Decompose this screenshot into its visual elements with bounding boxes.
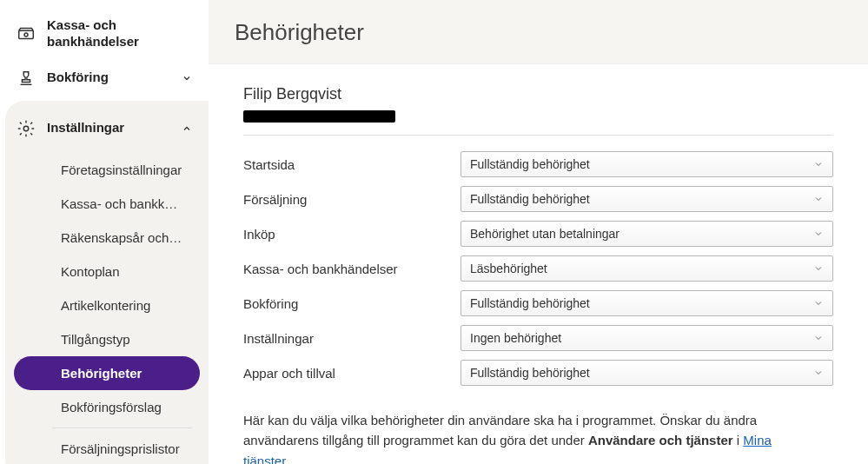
help-post: .	[285, 454, 288, 465]
select-value: Behörighet utan betalningar	[470, 227, 620, 241]
sidebar-item-label: Kassa- och bankhändelser	[47, 17, 193, 50]
sidebar-item-settings[interactable]: Inställningar	[5, 109, 209, 148]
perm-select-startsida[interactable]: Fullständig behörighet	[461, 151, 833, 177]
select-value: Fullständig behörighet	[470, 366, 590, 380]
perm-label: Inställningar	[243, 331, 461, 346]
cash-register-icon	[16, 23, 36, 44]
help-text: Här kan du välja vilka behörigheter din …	[243, 410, 799, 464]
sidebar-sub-behorigheter[interactable]: Behörigheter	[14, 356, 200, 390]
svg-point-1	[24, 33, 28, 36]
perm-select-installningar[interactable]: Ingen behörighet	[461, 325, 833, 351]
chevron-up-icon	[181, 123, 193, 135]
divider	[52, 428, 193, 428]
perm-row-inkop: Inköp Behörighet utan betalningar	[243, 221, 833, 247]
perm-label: Startsida	[243, 157, 461, 172]
permissions-card: Filip Bergqvist Startsida Fullständig be…	[209, 63, 868, 464]
perm-row-startsida: Startsida Fullständig behörighet	[243, 151, 833, 177]
select-value: Fullständig behörighet	[470, 157, 590, 171]
perm-label: Försäljning	[243, 192, 461, 207]
page-header: Behörigheter	[209, 0, 868, 63]
perm-row-forsaljning: Försäljning Fullständig behörighet	[243, 186, 833, 212]
user-block: Filip Bergqvist	[243, 85, 833, 123]
perm-row-kassa-bank: Kassa- och bankhändelser Läsbehörighet	[243, 255, 833, 282]
sidebar-item-cash-bank[interactable]: Kassa- och bankhändelser	[0, 9, 209, 59]
help-bold: Användare och tjänster	[588, 433, 733, 447]
chevron-down-icon	[813, 298, 824, 308]
divider	[243, 135, 833, 136]
select-value: Fullständig behörighet	[470, 192, 590, 206]
user-name: Filip Bergqvist	[243, 85, 833, 103]
sidebar-sub-rakenskapsar-ib[interactable]: Räkenskapsår och IB	[14, 221, 200, 255]
perm-select-forsaljning[interactable]: Fullständig behörighet	[461, 186, 833, 212]
page-title: Behörigheter	[235, 19, 842, 46]
sidebar: Kassa- och bankhändelser Bokföring Instä…	[0, 0, 209, 464]
perm-row-installningar: Inställningar Ingen behörighet	[243, 325, 833, 351]
gear-icon	[16, 118, 36, 139]
user-email-redacted	[243, 110, 395, 123]
svg-point-2	[23, 126, 29, 131]
perm-row-bokforing: Bokföring Fullständig behörighet	[243, 290, 833, 316]
perm-label: Kassa- och bankhändelser	[243, 262, 461, 276]
help-mid: i	[733, 433, 744, 447]
chevron-down-icon	[813, 229, 824, 239]
perm-row-appar-tillval: Appar och tillval Fullständig behörighet	[243, 360, 833, 386]
select-value: Ingen behörighet	[470, 331, 561, 345]
chevron-down-icon	[813, 333, 824, 343]
svg-rect-0	[19, 30, 34, 38]
sidebar-sub-artikelkontering[interactable]: Artikelkontering	[14, 288, 200, 322]
perm-select-kassa-bank[interactable]: Läsbehörighet	[461, 255, 833, 282]
sidebar-sub-bokforingsforslag[interactable]: Bokföringsförslag	[14, 390, 200, 424]
sidebar-item-label: Bokföring	[47, 70, 181, 86]
chevron-down-icon	[181, 72, 193, 84]
perm-label: Appar och tillval	[243, 366, 461, 381]
chevron-down-icon	[813, 263, 824, 274]
sidebar-sub-kassa-bankkonton[interactable]: Kassa- och bankko…	[14, 187, 200, 221]
sidebar-section-settings: Inställningar Företagsinställningar Kass…	[5, 101, 209, 465]
sidebar-item-label: Inställningar	[47, 120, 181, 136]
sidebar-sub-forsaljningsprislistor[interactable]: Försäljningsprislistor	[14, 432, 200, 465]
perm-select-appar-tillval[interactable]: Fullständig behörighet	[461, 360, 833, 386]
sidebar-sub-kontoplan[interactable]: Kontoplan	[14, 255, 200, 288]
chevron-down-icon	[813, 194, 824, 204]
perm-select-inkop[interactable]: Behörighet utan betalningar	[461, 221, 833, 247]
select-value: Läsbehörighet	[470, 262, 547, 275]
perm-select-bokforing[interactable]: Fullständig behörighet	[461, 290, 833, 316]
perm-label: Inköp	[243, 227, 461, 242]
settings-submenu: Företagsinställningar Kassa- och bankko……	[5, 148, 209, 465]
select-value: Fullständig behörighet	[470, 296, 590, 310]
sidebar-sub-tillgangstyp[interactable]: Tillgångstyp	[14, 322, 200, 356]
stamp-icon	[16, 68, 36, 89]
sidebar-sub-foretagsinstallningar[interactable]: Företagsinställningar	[14, 153, 200, 187]
main-content: Behörigheter Filip Bergqvist Startsida F…	[209, 0, 868, 464]
chevron-down-icon	[813, 368, 824, 378]
chevron-down-icon	[813, 159, 824, 169]
sidebar-item-bookkeeping[interactable]: Bokföring	[0, 59, 209, 97]
perm-label: Bokföring	[243, 296, 461, 311]
